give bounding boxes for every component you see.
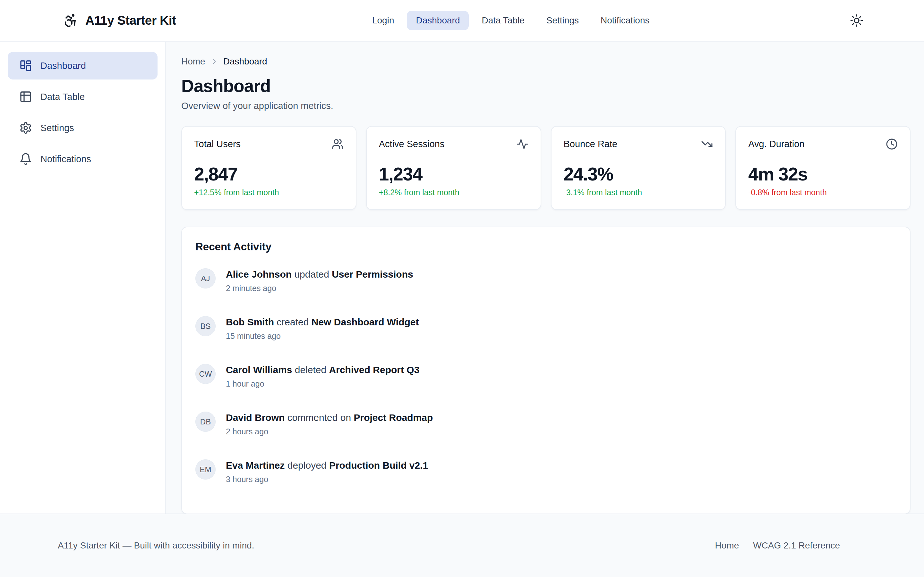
- activity-row: EM Eva Martinez deployed Production Buil…: [195, 459, 896, 484]
- footer-link-wcag-reference[interactable]: WCAG 2.1 Reference: [753, 540, 840, 551]
- nav-login[interactable]: Login: [363, 11, 403, 30]
- avatar: CW: [195, 364, 216, 384]
- recent-activity-title: Recent Activity: [195, 241, 896, 253]
- sidebar-item-label: Dashboard: [40, 61, 86, 71]
- table-icon: [19, 90, 32, 103]
- avatar: EM: [195, 459, 216, 480]
- stat-delta: +8.2% from last month: [379, 188, 528, 197]
- stat-value: 1,234: [379, 163, 528, 185]
- main-content: Home Dashboard Dashboard Overview of you…: [166, 42, 924, 514]
- activity-row: CW Carol Williams deleted Archived Repor…: [195, 364, 896, 388]
- activity-row: AJ Alice Johnson updated User Permission…: [195, 268, 896, 293]
- top-nav: Login Dashboard Data Table Settings Noti…: [363, 11, 659, 30]
- stat-delta: -0.8% from last month: [748, 188, 898, 197]
- chevron-right-icon: [210, 58, 218, 65]
- sidebar: Dashboard Data Table Settings Notificati…: [0, 42, 166, 514]
- stat-delta: -3.1% from last month: [564, 188, 713, 197]
- activity-text: Carol Williams deleted Archived Report Q…: [226, 364, 419, 376]
- theme-toggle-button[interactable]: [846, 10, 867, 31]
- avatar: BS: [195, 316, 216, 336]
- activity-time: 2 minutes ago: [226, 284, 413, 293]
- stat-value: 24.3%: [564, 163, 713, 185]
- activity-time: 15 minutes ago: [226, 332, 419, 341]
- activity-time: 1 hour ago: [226, 379, 419, 388]
- footer-text: A11y Starter Kit — Built with accessibil…: [58, 540, 254, 551]
- nav-dashboard[interactable]: Dashboard: [407, 11, 469, 30]
- avatar: DB: [195, 412, 216, 432]
- sidebar-item-dashboard[interactable]: Dashboard: [8, 52, 158, 79]
- bell-icon: [19, 153, 32, 165]
- activity-row: BS Bob Smith created New Dashboard Widge…: [195, 316, 896, 341]
- stat-card-bounce-rate: Bounce Rate 24.3% -3.1% from last month: [551, 126, 726, 210]
- activity-text: Eva Martinez deployed Production Build v…: [226, 459, 428, 471]
- stat-delta: +12.5% from last month: [194, 188, 344, 197]
- stat-value: 2,847: [194, 163, 344, 185]
- footer-link-home[interactable]: Home: [715, 540, 739, 551]
- activity-text: Bob Smith created New Dashboard Widget: [226, 316, 419, 327]
- gear-icon: [19, 121, 32, 134]
- stat-label: Avg. Duration: [748, 139, 804, 149]
- layout-dashboard-icon: [19, 59, 32, 72]
- stat-card-active-sessions: Active Sessions 1,234 +8.2% from last mo…: [366, 126, 541, 210]
- page-subtitle: Overview of your application metrics.: [181, 101, 911, 111]
- clock-icon: [886, 138, 898, 150]
- stats-grid: Total Users 2,847 +12.5% from last month…: [181, 126, 911, 210]
- app-shell: Dashboard Data Table Settings Notificati…: [0, 42, 924, 514]
- footer-links: Home WCAG 2.1 Reference: [715, 540, 840, 551]
- breadcrumb: Home Dashboard: [181, 56, 911, 67]
- users-icon: [332, 138, 344, 150]
- recent-activity-card: Recent Activity AJ Alice Johnson updated…: [181, 227, 911, 514]
- activity-time: 2 hours ago: [226, 427, 433, 436]
- brand: A11y Starter Kit: [63, 13, 176, 28]
- stat-label: Total Users: [194, 139, 241, 149]
- stat-label: Bounce Rate: [564, 139, 618, 149]
- nav-settings[interactable]: Settings: [537, 11, 588, 30]
- avatar: AJ: [195, 268, 216, 288]
- activity-text: David Brown commented on Project Roadmap: [226, 412, 433, 423]
- footer: A11y Starter Kit — Built with accessibil…: [0, 514, 924, 577]
- app-title: A11y Starter Kit: [86, 13, 176, 27]
- breadcrumb-current: Dashboard: [223, 56, 267, 67]
- nav-data-table[interactable]: Data Table: [473, 11, 533, 30]
- stat-value: 4m 32s: [748, 163, 898, 185]
- activity-icon: [517, 138, 528, 150]
- sidebar-item-label: Settings: [40, 123, 74, 133]
- trending-down-icon: [701, 138, 713, 150]
- activity-row: DB David Brown commented on Project Road…: [195, 412, 896, 436]
- nav-notifications[interactable]: Notifications: [591, 11, 659, 30]
- stat-label: Active Sessions: [379, 139, 445, 149]
- page-title: Dashboard: [181, 76, 911, 96]
- accessibility-logo-icon: [63, 13, 78, 28]
- top-header: A11y Starter Kit Login Dashboard Data Ta…: [0, 0, 924, 42]
- sun-icon: [850, 14, 863, 27]
- stat-card-total-users: Total Users 2,847 +12.5% from last month: [181, 126, 357, 210]
- sidebar-item-notifications[interactable]: Notifications: [8, 145, 158, 173]
- sidebar-item-settings[interactable]: Settings: [8, 114, 158, 142]
- activity-time: 3 hours ago: [226, 475, 428, 484]
- sidebar-item-label: Data Table: [40, 92, 85, 102]
- breadcrumb-home-link[interactable]: Home: [181, 56, 205, 67]
- sidebar-item-data-table[interactable]: Data Table: [8, 83, 158, 111]
- sidebar-item-label: Notifications: [40, 154, 91, 164]
- stat-card-avg-duration: Avg. Duration 4m 32s -0.8% from last mon…: [735, 126, 911, 210]
- activity-text: Alice Johnson updated User Permissions: [226, 268, 413, 280]
